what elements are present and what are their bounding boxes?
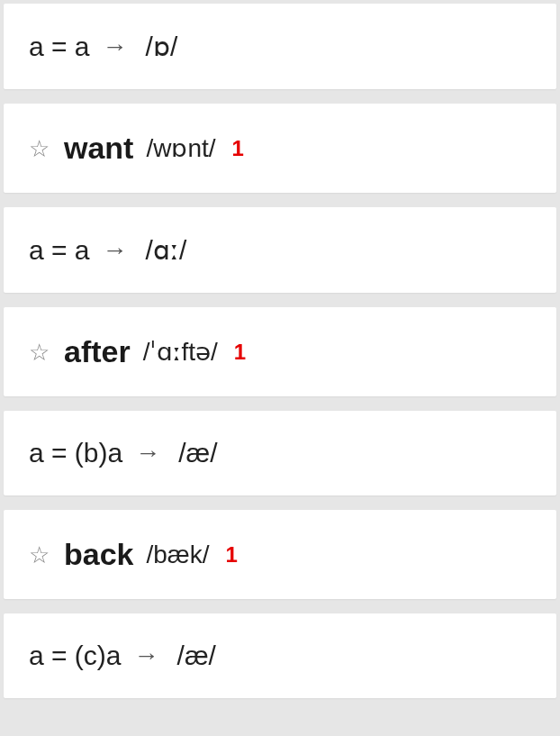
star-icon: ☆ — [29, 543, 50, 567]
rule-phoneme: /ɑː/ — [146, 234, 187, 266]
rule-card[interactable]: a = (c)a → /æ/ — [4, 613, 556, 698]
rule-phoneme: /æ/ — [177, 641, 216, 671]
word-card[interactable]: ☆ after /ˈɑːftə/ 1 — [4, 307, 556, 396]
word-transcription: /ˈɑːftə/ — [143, 337, 218, 367]
word-card[interactable]: ☆ back /bæk/ 1 — [4, 510, 556, 599]
word-count: 1 — [234, 340, 246, 365]
rule-card[interactable]: a = (b)a → /æ/ — [4, 411, 556, 495]
arrow-icon: → — [103, 236, 128, 265]
word-count: 1 — [226, 542, 238, 568]
rule-lhs: a = a — [29, 235, 90, 266]
rule-text: a = a → /ɑː/ — [29, 234, 186, 266]
rule-lhs: a = a — [29, 32, 90, 62]
word-transcription: /wɒnt/ — [146, 133, 215, 163]
word-row: ☆ want /wɒnt/ 1 — [29, 131, 244, 166]
rule-lhs: a = (c)a — [29, 641, 122, 671]
rule-card[interactable]: a = a → /ɑː/ — [4, 207, 556, 293]
rule-lhs: a = (b)a — [29, 438, 122, 468]
arrow-icon: → — [103, 32, 128, 61]
word-card[interactable]: ☆ want /wɒnt/ 1 — [4, 104, 556, 193]
rule-text: a = (c)a → /æ/ — [29, 641, 216, 671]
rule-phoneme: /ɒ/ — [146, 31, 178, 62]
word-text: want — [64, 131, 133, 166]
star-icon: ☆ — [29, 341, 50, 364]
word-count: 1 — [232, 136, 244, 161]
word-text: back — [64, 537, 134, 572]
rule-card[interactable]: a = a → /ɒ/ — [4, 4, 556, 89]
rule-text: a = (b)a → /æ/ — [29, 438, 218, 468]
word-row: ☆ back /bæk/ 1 — [29, 537, 238, 572]
rule-phoneme: /æ/ — [178, 438, 217, 468]
arrow-icon: → — [134, 641, 159, 670]
word-text: after — [64, 334, 131, 369]
star-icon: ☆ — [29, 137, 50, 160]
rule-text: a = a → /ɒ/ — [29, 31, 177, 62]
word-transcription: /bæk/ — [147, 541, 210, 569]
arrow-icon: → — [135, 439, 160, 468]
word-row: ☆ after /ˈɑːftə/ 1 — [29, 334, 246, 369]
